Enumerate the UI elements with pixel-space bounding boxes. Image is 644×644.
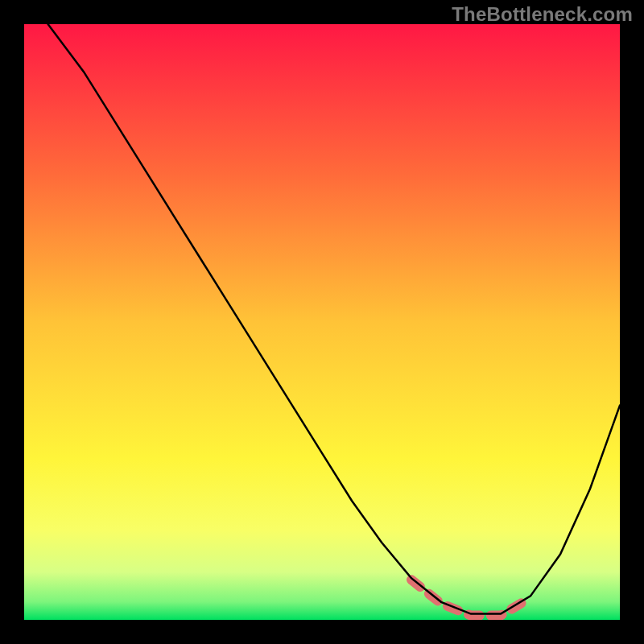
watermark-label: TheBottleneck.com [452, 3, 633, 26]
gradient-background [24, 24, 620, 620]
plot-area [24, 24, 620, 620]
chart-svg [24, 24, 620, 620]
chart-frame: TheBottleneck.com [0, 0, 644, 644]
